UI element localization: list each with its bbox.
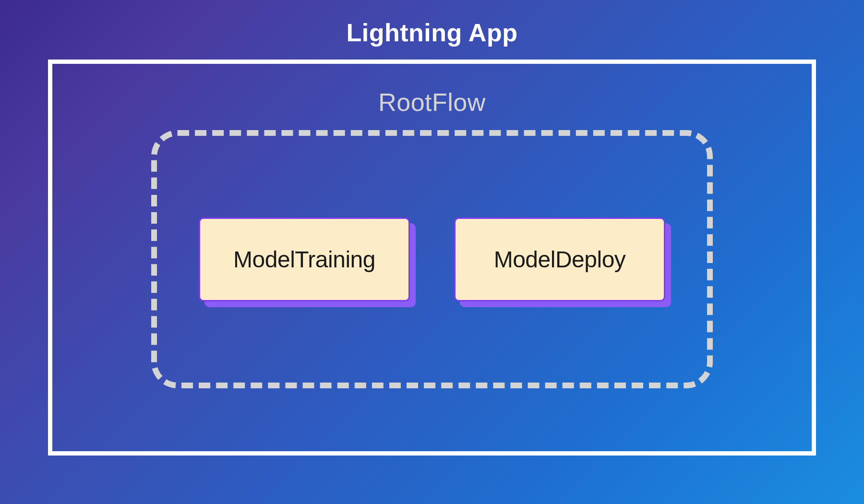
app-title: Lightning App bbox=[347, 18, 518, 47]
outer-container: RootFlow ModelTraining ModelDeploy bbox=[48, 60, 816, 456]
component-card-modeldeploy: ModelDeploy bbox=[454, 217, 665, 301]
rootflow-container: ModelTraining ModelDeploy bbox=[151, 130, 713, 388]
component-card-modeltraining: ModelTraining bbox=[199, 217, 410, 301]
component-label: ModelTraining bbox=[233, 246, 375, 273]
card-front: ModelTraining bbox=[199, 217, 410, 301]
card-front: ModelDeploy bbox=[454, 217, 665, 301]
component-label: ModelDeploy bbox=[494, 246, 626, 273]
rootflow-title: RootFlow bbox=[378, 88, 486, 117]
